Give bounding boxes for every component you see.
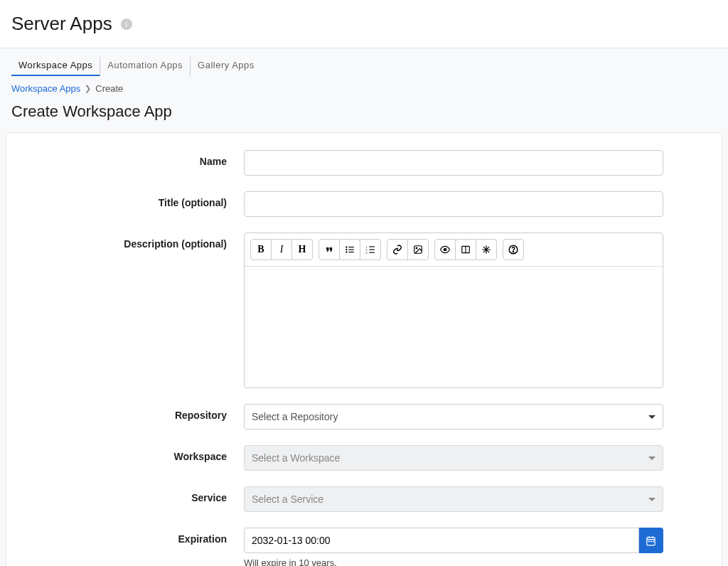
svg-rect-10 xyxy=(369,249,375,250)
repository-select[interactable]: Select a Repository xyxy=(244,404,663,429)
svg-rect-4 xyxy=(348,249,354,250)
workspace-placeholder: Select a Workspace xyxy=(252,452,340,464)
repository-placeholder: Select a Repository xyxy=(252,411,338,422)
svg-text:3: 3 xyxy=(366,251,368,255)
row-repository: Repository Select a Repository xyxy=(23,404,705,429)
breadcrumb: Workspace Apps ❯ Create xyxy=(6,76,722,97)
svg-rect-11 xyxy=(369,252,375,253)
svg-rect-9 xyxy=(369,246,375,247)
label-description: Description (optional) xyxy=(23,233,244,250)
row-expiration: Expiration Will expire in 10 years. xyxy=(23,528,705,566)
tab-automation-apps[interactable]: Automation Apps xyxy=(100,57,191,76)
svg-point-18 xyxy=(513,251,513,252)
svg-point-1 xyxy=(346,249,347,250)
service-select[interactable]: Select a Service xyxy=(244,486,663,512)
svg-point-0 xyxy=(346,246,347,247)
calendar-button[interactable] xyxy=(639,528,663,553)
chevron-right-icon: ❯ xyxy=(85,84,91,93)
description-textarea[interactable] xyxy=(245,267,663,388)
tab-workspace-apps[interactable]: Workspace Apps xyxy=(11,57,100,76)
help-icon[interactable] xyxy=(503,239,524,260)
expiration-input[interactable] xyxy=(244,528,639,553)
label-title: Title (optional) xyxy=(23,191,244,208)
label-service: Service xyxy=(23,486,244,503)
form-card: Name Title (optional) Description (optio… xyxy=(6,132,722,566)
svg-rect-24 xyxy=(651,540,652,542)
row-title: Title (optional) xyxy=(23,191,705,217)
svg-rect-23 xyxy=(648,540,650,542)
tabs: Workspace Apps Automation Apps Gallery A… xyxy=(6,48,722,76)
label-expiration: Expiration xyxy=(23,528,244,545)
ordered-list-icon[interactable]: 123 xyxy=(360,239,381,260)
info-icon[interactable]: i xyxy=(121,18,132,30)
title-input[interactable] xyxy=(244,191,663,217)
svg-point-14 xyxy=(444,248,446,251)
link-icon[interactable] xyxy=(387,239,408,260)
workspace-select[interactable]: Select a Workspace xyxy=(244,445,663,471)
svg-rect-25 xyxy=(653,540,654,542)
name-input[interactable] xyxy=(244,150,663,176)
row-workspace: Workspace Select a Workspace xyxy=(23,445,705,471)
quote-icon[interactable] xyxy=(318,239,340,260)
row-service: Service Select a Service xyxy=(23,486,705,512)
service-placeholder: Select a Service xyxy=(252,493,323,505)
caret-down-icon xyxy=(648,498,655,501)
editor-toolbar: B I H 123 xyxy=(245,233,663,267)
image-icon[interactable] xyxy=(407,239,429,260)
breadcrumb-root-link[interactable]: Workspace Apps xyxy=(11,83,80,94)
side-by-side-icon[interactable] xyxy=(455,239,476,260)
label-repository: Repository xyxy=(23,404,244,421)
svg-rect-5 xyxy=(348,252,354,252)
bold-icon[interactable]: B xyxy=(250,239,272,260)
unordered-list-icon[interactable] xyxy=(339,239,360,260)
breadcrumb-current: Create xyxy=(95,83,123,94)
row-name: Name xyxy=(23,150,705,176)
caret-down-icon xyxy=(648,456,655,460)
row-description: Description (optional) B I H 123 xyxy=(23,233,705,388)
svg-point-13 xyxy=(416,247,417,249)
description-editor: B I H 123 xyxy=(244,233,663,388)
page-title: Server Apps xyxy=(11,13,112,35)
italic-icon[interactable]: I xyxy=(271,239,292,260)
preview-icon[interactable] xyxy=(434,239,456,260)
svg-rect-3 xyxy=(348,247,354,247)
content: Workspace Apps Automation Apps Gallery A… xyxy=(0,48,728,566)
heading-icon[interactable]: H xyxy=(291,239,313,260)
calendar-icon xyxy=(646,535,656,546)
expiration-helper: Will expire in 10 years. xyxy=(244,557,663,566)
svg-point-2 xyxy=(346,251,347,252)
section-title: Create Workspace App xyxy=(6,97,722,132)
tab-gallery-apps[interactable]: Gallery Apps xyxy=(191,57,262,76)
label-name: Name xyxy=(23,150,244,167)
fullscreen-icon[interactable] xyxy=(476,239,497,260)
page-header: Server Apps i xyxy=(0,0,728,48)
label-workspace: Workspace xyxy=(23,445,244,462)
caret-down-icon xyxy=(648,415,655,419)
